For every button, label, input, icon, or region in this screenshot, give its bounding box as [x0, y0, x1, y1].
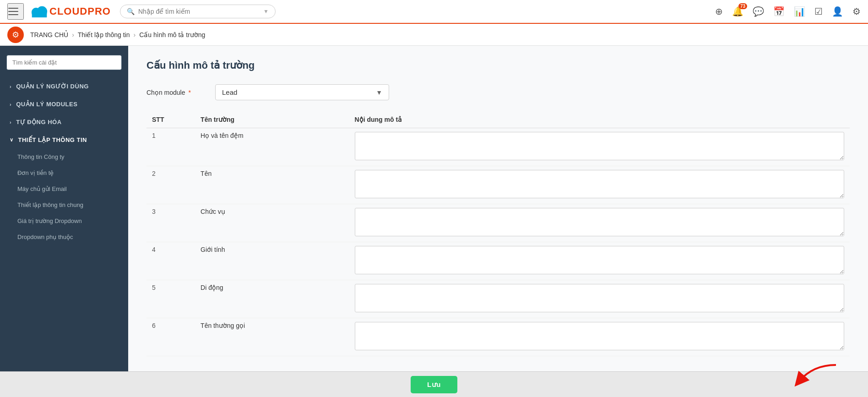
main-layout: › QUẢN LÝ NGƯỜI DÙNG › QUẢN LÝ MODULES ›…	[0, 46, 868, 397]
sidebar-item-automation[interactable]: › TỰ ĐỘNG HÓA	[0, 113, 128, 131]
table-row: 1 Họ và tên đệm	[146, 128, 850, 166]
sidebar-sub-currency-label: Đơn vị tiền tệ	[17, 169, 54, 176]
breadcrumb-sep-1: ›	[72, 31, 74, 38]
search-icon: 🔍	[127, 8, 135, 15]
settings-circle-icon: ⚙	[7, 27, 24, 43]
sidebar-item-users[interactable]: › QUẢN LÝ NGƯỜI DÙNG	[0, 77, 128, 95]
breadcrumb-step2[interactable]: Thiết lập thông tin	[78, 31, 130, 38]
arrow-annotation	[786, 360, 841, 388]
arrow-icon	[786, 360, 841, 388]
svg-rect-3	[32, 13, 47, 17]
row-desc-textarea[interactable]	[355, 246, 844, 274]
sidebar-sub-general[interactable]: Thiết lập thông tin chung	[0, 197, 128, 213]
logo-text: CLOUDPRO	[49, 5, 111, 17]
sidebar-sub-dropdown-dependent-label: Dropdown phụ thuộc	[17, 234, 73, 240]
settings-icon[interactable]: ⚙	[852, 6, 861, 17]
module-select-label: Chọn module *	[146, 89, 215, 96]
col-field-name: Tên trường	[195, 111, 349, 128]
row-desc-textarea[interactable]	[355, 208, 844, 236]
sidebar-sub-currency[interactable]: Đơn vị tiền tệ	[0, 165, 128, 181]
sidebar-sub-company-label: Thông tin Công ty	[17, 153, 65, 160]
top-navbar: CLOUDPRO 🔍 ▼ ⊕ 🔔 73 💬 📅 📊 ☑ 👤 ⚙	[0, 0, 868, 24]
breadcrumb-step3: Cấu hình mô tả trường	[139, 31, 205, 38]
sidebar-item-modules-label: QUẢN LÝ MODULES	[16, 101, 77, 108]
sidebar-item-modules[interactable]: › QUẢN LÝ MODULES	[0, 95, 128, 113]
chevron-down-icon-sidebar: ∨	[10, 137, 14, 143]
cloud-icon	[29, 4, 49, 19]
table-row: 3 Chức vụ	[146, 204, 850, 242]
sidebar-sub-dropdown-dependent[interactable]: Dropdown phụ thuộc	[0, 229, 128, 245]
table-row: 2 Tên	[146, 166, 850, 204]
row-field-name: Tên	[195, 166, 349, 204]
row-stt: 6	[146, 318, 195, 356]
user-icon[interactable]: 👤	[832, 6, 843, 17]
sidebar-item-automation-label: TỰ ĐỘNG HÓA	[16, 119, 61, 125]
chevron-down-icon-module: ▼	[376, 89, 382, 96]
required-indicator: *	[187, 89, 191, 96]
hamburger-button[interactable]	[7, 3, 24, 20]
breadcrumb: TRANG CHỦ › Thiết lập thông tin › Cấu hì…	[30, 31, 205, 38]
row-field-name: Giới tính	[195, 242, 349, 280]
sidebar-sub-dropdown-values[interactable]: Giá trị trường Dropdown	[0, 213, 128, 229]
module-select-dropdown[interactable]: Lead ▼	[215, 84, 389, 100]
table-row: 5 Di động	[146, 280, 850, 318]
row-desc-cell	[349, 204, 850, 242]
sidebar-search-wrapper	[6, 55, 122, 70]
row-desc-textarea[interactable]	[355, 284, 844, 312]
row-field-name: Họ và tên đệm	[195, 128, 349, 166]
sidebar-search-input[interactable]	[6, 55, 122, 70]
search-input[interactable]	[138, 8, 257, 15]
row-field-name: Tên thường gọi	[195, 318, 349, 356]
sidebar-sub-company[interactable]: Thông tin Công ty	[0, 149, 128, 165]
message-icon[interactable]: 💬	[753, 6, 764, 17]
row-desc-textarea[interactable]	[355, 322, 844, 350]
sidebar-sub-general-label: Thiết lập thông tin chung	[17, 201, 83, 208]
row-stt: 3	[146, 204, 195, 242]
chevron-down-icon: ▼	[263, 8, 269, 15]
sidebar-item-settings-label: THIẾT LẬP THÔNG TIN	[18, 136, 87, 143]
module-select-row: Chọn module * Lead ▼	[146, 84, 850, 100]
save-button[interactable]: Lưu	[411, 376, 457, 393]
row-desc-cell	[349, 318, 850, 356]
chevron-right-icon-2: ›	[10, 102, 11, 107]
bottom-bar: Lưu	[0, 371, 868, 397]
logo: CLOUDPRO	[29, 4, 111, 19]
row-desc-cell	[349, 128, 850, 166]
row-stt: 1	[146, 128, 195, 166]
col-desc: Nội dung mô tả	[349, 111, 850, 128]
sidebar-sub-email[interactable]: Máy chủ gửi Email	[0, 181, 128, 197]
add-icon[interactable]: ⊕	[715, 6, 723, 17]
chevron-right-icon: ›	[10, 84, 11, 89]
sidebar-item-settings[interactable]: ∨ THIẾT LẬP THÔNG TIN	[0, 131, 128, 149]
field-table: STT Tên trường Nội dung mô tả 1 Họ và tê…	[146, 111, 850, 356]
module-selected-value: Lead	[222, 88, 237, 96]
breadcrumb-sep-2: ›	[134, 31, 136, 38]
breadcrumb-bar: ⚙ TRANG CHỦ › Thiết lập thông tin › Cấu …	[0, 24, 868, 46]
page-title: Cấu hình mô tả trường	[146, 60, 850, 71]
row-stt: 5	[146, 280, 195, 318]
table-header-row: STT Tên trường Nội dung mô tả	[146, 111, 850, 128]
sidebar-item-users-label: QUẢN LÝ NGƯỜI DÙNG	[16, 83, 89, 90]
search-bar[interactable]: 🔍 ▼	[120, 5, 276, 18]
sidebar-sub-dropdown-values-label: Giá trị trường Dropdown	[17, 218, 82, 224]
row-stt: 4	[146, 242, 195, 280]
chart-icon[interactable]: 📊	[794, 6, 805, 17]
col-stt: STT	[146, 111, 195, 128]
notification-icon[interactable]: 🔔 73	[732, 6, 743, 17]
calendar-icon[interactable]: 📅	[773, 6, 785, 17]
tasks-icon[interactable]: ☑	[814, 6, 823, 17]
chevron-right-icon-3: ›	[10, 120, 11, 125]
table-row: 6 Tên thường gọi	[146, 318, 850, 356]
row-field-name: Chức vụ	[195, 204, 349, 242]
row-desc-cell	[349, 242, 850, 280]
table-row: 4 Giới tính	[146, 242, 850, 280]
main-content: Cấu hình mô tả trường Chọn module * Lead…	[128, 46, 868, 397]
sidebar: › QUẢN LÝ NGƯỜI DÙNG › QUẢN LÝ MODULES ›…	[0, 46, 128, 397]
row-desc-textarea[interactable]	[355, 170, 844, 198]
nav-icons: ⊕ 🔔 73 💬 📅 📊 ☑ 👤 ⚙	[715, 6, 861, 17]
breadcrumb-home[interactable]: TRANG CHỦ	[30, 31, 68, 38]
row-desc-textarea[interactable]	[355, 132, 844, 160]
row-desc-cell	[349, 166, 850, 204]
row-stt: 2	[146, 166, 195, 204]
row-desc-cell	[349, 280, 850, 318]
